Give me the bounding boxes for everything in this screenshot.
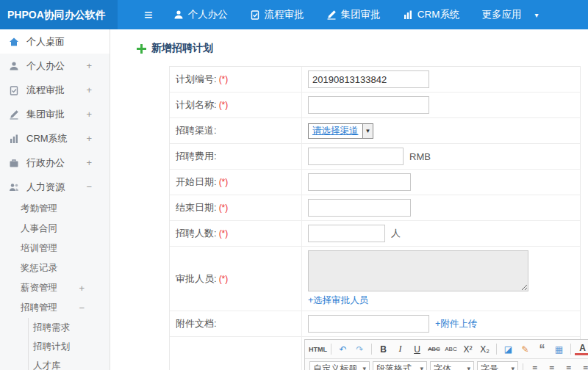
sidebar-item-talent-pool[interactable]: 人才库: [29, 356, 110, 370]
nav-more-apps[interactable]: 更多应用 ▾: [481, 8, 538, 21]
expand-icon[interactable]: +: [86, 61, 92, 70]
nav-process-approval[interactable]: 流程审批: [250, 8, 304, 21]
font-family-value: 字体: [434, 363, 451, 370]
remove-format-icon[interactable]: ◪: [501, 342, 516, 357]
form-row-fee: 招聘费用: RMB: [170, 144, 580, 170]
align-center-icon[interactable]: ≡: [544, 361, 559, 370]
recruit-submenu: 招聘需求 招聘计划 人才库: [28, 318, 110, 370]
start-date-input[interactable]: [308, 173, 411, 191]
chevron-down-icon: ▾: [511, 365, 514, 370]
form-row-content-editor: HTML ↶ ↷ B I U ABC ABC X² X₂: [170, 337, 580, 370]
superscript-button[interactable]: X²: [460, 342, 476, 357]
expand-icon[interactable]: +: [86, 134, 92, 143]
required-mark: (*): [219, 100, 229, 110]
menu-toggle-icon[interactable]: ≡: [144, 7, 153, 22]
field-label: 开始日期:: [176, 175, 217, 189]
align-right-icon[interactable]: ≡: [561, 361, 576, 370]
paragraph-format-select[interactable]: 段落格式 ▾: [373, 361, 427, 370]
italic-button[interactable]: I: [392, 342, 408, 357]
font-size-select[interactable]: 字号 ▾: [477, 361, 518, 370]
collapse-icon[interactable]: −: [79, 303, 85, 313]
nav-crm-system[interactable]: CRM系统: [403, 8, 460, 21]
form-row-start-date: 开始日期: (*): [170, 170, 580, 195]
sidebar: 个人桌面 个人办公 + 流程审批 + 集团审批 +: [0, 29, 110, 370]
sidebar-item-group-approval[interactable]: 集团审批 +: [0, 102, 110, 126]
align-left-icon[interactable]: ≡: [527, 361, 542, 370]
fee-input[interactable]: [308, 148, 404, 165]
sidebar-item-hr-contract[interactable]: 人事合同: [0, 219, 110, 239]
sidebar-item-reward-record[interactable]: 奖惩记录: [0, 258, 110, 278]
required-mark: (*): [219, 203, 229, 213]
undo-icon[interactable]: ↶: [335, 342, 351, 357]
sidebar-item-training[interactable]: 培训管理: [0, 239, 110, 258]
nav-group-approval[interactable]: 集团审批: [326, 8, 381, 21]
page-title-text: 新增招聘计划: [151, 42, 213, 55]
font-family-select[interactable]: 字体 ▾: [430, 361, 474, 370]
nav-label: CRM系统: [417, 8, 460, 21]
toolbar-separator: [371, 344, 372, 355]
sidebar-item-process-approval[interactable]: 流程审批 +: [0, 78, 110, 102]
field-label: 结束日期:: [176, 201, 217, 214]
app-logo: PHPOA协同办公软件: [0, 0, 118, 29]
unit-label: RMB: [409, 151, 431, 162]
user-icon: [9, 61, 20, 71]
subscript-button[interactable]: X₂: [477, 342, 492, 357]
sidebar-item-recruit-mgmt[interactable]: 招聘管理 −: [0, 298, 110, 318]
sidebar-item-recruit-demand[interactable]: 招聘需求: [29, 318, 110, 337]
font-color-button[interactable]: A: [575, 343, 588, 355]
plan-number-input[interactable]: [308, 70, 429, 88]
html-source-button[interactable]: HTML: [309, 342, 327, 357]
spellcheck-button[interactable]: ABC: [443, 342, 459, 357]
sidebar-item-label: 个人办公: [26, 59, 65, 73]
font-size-value: 字号: [481, 363, 498, 370]
sidebar-item-label: 个人桌面: [26, 35, 65, 48]
sidebar-item-label: 集团审批: [26, 108, 65, 121]
attachment-upload-link[interactable]: +附件上传: [435, 318, 477, 330]
blockquote-icon[interactable]: “: [534, 342, 550, 357]
chevron-down-icon: ▾: [420, 365, 423, 370]
sidebar-item-label: 人事合同: [21, 222, 57, 235]
plan-name-input[interactable]: [308, 96, 429, 114]
nav-personal-office[interactable]: 个人办公: [173, 8, 228, 21]
underline-button[interactable]: U: [409, 342, 425, 357]
approver-textarea[interactable]: [308, 250, 528, 291]
sidebar-item-personal-office[interactable]: 个人办公 +: [0, 54, 110, 78]
strikethrough-button[interactable]: ABC: [426, 342, 442, 357]
edit-icon: [326, 10, 337, 20]
sidebar-item-hr[interactable]: 人力资源 −: [0, 175, 110, 199]
sidebar-item-label: 招聘计划: [33, 341, 70, 353]
redo-icon[interactable]: ↷: [352, 342, 368, 357]
headcount-input[interactable]: [308, 225, 385, 242]
field-label: 附件文档:: [176, 317, 217, 330]
expand-icon[interactable]: +: [86, 158, 92, 167]
choose-approver-link[interactable]: +选择审批人员: [308, 294, 368, 307]
clipboard-check-icon: [250, 10, 260, 20]
expand-icon[interactable]: +: [86, 85, 92, 95]
sidebar-item-recruit-plan[interactable]: 招聘计划: [29, 337, 110, 356]
heading-style-select[interactable]: 自定义标题 ▾: [309, 361, 370, 370]
required-mark: (*): [219, 74, 229, 84]
collapse-icon[interactable]: −: [86, 182, 92, 192]
bar-chart-icon: [403, 10, 413, 20]
edit-icon: [9, 109, 20, 120]
format-painter-icon[interactable]: ✎: [517, 342, 533, 357]
expand-icon[interactable]: +: [79, 283, 85, 293]
end-date-input[interactable]: [308, 199, 411, 217]
chevron-down-icon: ▼: [362, 124, 373, 138]
sidebar-item-attendance[interactable]: 考勤管理: [0, 199, 110, 219]
channel-select[interactable]: 请选择渠道 ▼: [308, 123, 373, 139]
sidebar-item-desktop[interactable]: 个人桌面: [0, 29, 110, 54]
home-icon: [9, 37, 20, 47]
field-label: 招聘人数:: [176, 227, 217, 240]
align-justify-icon[interactable]: ≡: [578, 361, 588, 370]
attachment-input[interactable]: [308, 315, 429, 333]
bold-button[interactable]: B: [376, 342, 391, 357]
sidebar-item-salary-mgmt[interactable]: 薪资管理 +: [0, 278, 110, 298]
sidebar-item-crm[interactable]: CRM系统 +: [0, 126, 110, 150]
expand-icon[interactable]: +: [86, 109, 92, 119]
chevron-down-icon: ▾: [467, 365, 470, 370]
sidebar-item-admin-office[interactable]: 行政办公 +: [0, 150, 110, 175]
form-row-approver: 审批人员: (*) +选择审批人员: [170, 247, 580, 311]
table-icon[interactable]: ▦: [551, 342, 567, 357]
required-mark: (*): [219, 177, 229, 187]
